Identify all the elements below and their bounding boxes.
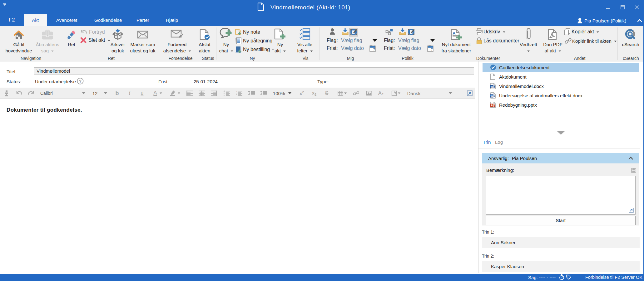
svg-text:A: A	[453, 31, 456, 36]
svg-text:1: 1	[236, 91, 237, 93]
svg-text:P: P	[491, 104, 493, 107]
svg-text:W: W	[490, 94, 493, 98]
svg-text:W: W	[490, 85, 493, 88]
svg-text:?: ?	[79, 79, 82, 84]
svg-text:2: 2	[236, 93, 237, 95]
svg-text:7: 7	[373, 48, 375, 51]
svg-text:7: 7	[431, 48, 433, 51]
